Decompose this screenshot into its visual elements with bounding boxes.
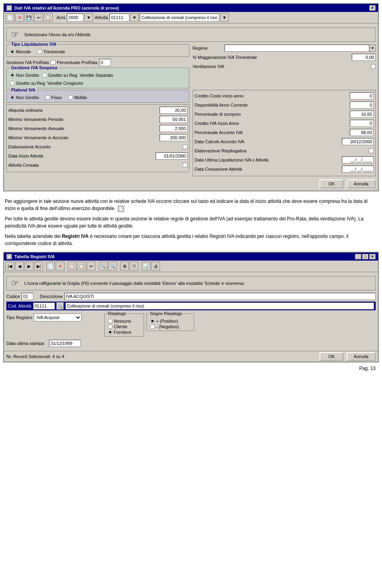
aliquota-row: Aliquota ordinaria (8, 106, 187, 114)
plafond-non-gestito-radio-btn[interactable] (10, 95, 15, 100)
positivo-radio-btn[interactable] (150, 319, 155, 323)
nessuno-radio[interactable]: Nessuno (108, 319, 140, 323)
first-btn[interactable]: |◀ (6, 262, 14, 271)
prev-btn[interactable]: ◀ (15, 262, 24, 271)
ventilazione-checkbox[interactable] (371, 64, 376, 69)
non-gestito-radio-btn[interactable] (10, 73, 15, 78)
perc-scorporo-input[interactable] (350, 111, 374, 118)
attivita-desc-input[interactable] (140, 14, 219, 21)
attivita-cessata-label: Attività Cessata (8, 163, 183, 167)
gestito-sep-radio-btn[interactable] (42, 73, 47, 78)
undo-btn2[interactable]: ↩ (87, 262, 96, 271)
fornitore-radio-btn[interactable] (108, 330, 113, 335)
trimestrale-radio[interactable]: Trimestrale (37, 49, 65, 54)
last-btn[interactable]: ▶| (34, 262, 43, 271)
fornitore-label: Fornitore (114, 330, 131, 335)
paste-btn[interactable]: 📋 (77, 262, 86, 271)
gestito-con-radio-btn[interactable] (10, 81, 15, 86)
credito-costo-input[interactable] (350, 92, 374, 99)
anni-input[interactable] (67, 14, 84, 21)
min-annuale-input[interactable] (160, 125, 187, 132)
min-acconto-input[interactable] (160, 134, 187, 141)
data-inizio-row: Data Inizio Attività (8, 152, 187, 160)
filter-btn[interactable]: ▽ (130, 262, 138, 271)
min-acconto-label: Minimo Versamento in Acconto (8, 135, 160, 140)
search-btn[interactable]: 🔍 (99, 262, 107, 271)
plafond-mobile-radio-btn[interactable] (68, 95, 73, 100)
cod-attivita-search-btn[interactable]: 🔍 (57, 302, 64, 310)
data-inizio-input[interactable] (156, 152, 187, 160)
regime-dropdown-btn[interactable]: ▼ (369, 45, 376, 52)
window2-min-btn[interactable]: _ (355, 254, 361, 259)
new-record-inline-icon: 📄 (118, 206, 124, 212)
fornitore-radio[interactable]: Fornitore (108, 330, 140, 335)
plafond-non-gestito-radio[interactable]: Non Gestito (10, 95, 39, 100)
undo-btn[interactable]: ↩ (34, 13, 43, 22)
gestione-prorata-checkbox[interactable] (51, 60, 55, 65)
attivita-cessata-checkbox[interactable] (183, 163, 187, 167)
new-btn[interactable]: 📄 (6, 13, 14, 22)
data-cessazione-input[interactable] (342, 165, 374, 173)
copy-btn[interactable]: 📋 (68, 262, 76, 271)
delete-btn[interactable]: ✕ (15, 13, 24, 22)
ok-button2[interactable]: OK (320, 352, 343, 361)
codice-input[interactable] (21, 293, 33, 300)
plafond-fisso-radio[interactable]: Fisso (45, 95, 62, 100)
new-record-btn[interactable]: 📋 (44, 13, 53, 22)
plafond-non-gestito-label: Non Gestito (16, 95, 39, 100)
descrizione-input[interactable] (64, 293, 376, 300)
elab-acconto-checkbox[interactable] (183, 144, 187, 149)
mensile-radio-btn[interactable] (10, 49, 15, 54)
print-btn[interactable]: 🖨 (151, 262, 160, 271)
gestito-con-radio[interactable]: Gestito su Reg. Vendite Congiunto (10, 81, 83, 86)
plafond-mobile-radio[interactable]: Mobile (68, 95, 87, 100)
window2-max-btn[interactable]: □ (362, 254, 368, 259)
negativo-radio-btn[interactable] (150, 324, 155, 329)
new-btn2[interactable]: 📄 (46, 262, 55, 271)
annulla-button2[interactable]: Annulla (347, 352, 376, 361)
grid-btn[interactable]: ⊞ (120, 262, 129, 271)
save-btn[interactable]: 💾 (25, 13, 33, 22)
regime-input[interactable] (224, 45, 369, 52)
mensile-radio[interactable]: Mensile (10, 49, 31, 54)
negativo-radio[interactable]: - (Negativo) (150, 324, 191, 329)
paragraph-area: Per aggiungere in tale sezione nuove att… (3, 198, 379, 247)
tipo-reg-select[interactable]: IVA Acquisti IVA Vendite IVA Corrispetti… (34, 313, 82, 321)
window1-close-btn[interactable]: ✕ (369, 5, 376, 11)
cliente-radio[interactable]: Cliente (108, 324, 140, 329)
del-btn2[interactable]: ✕ (56, 262, 64, 271)
riepilogo-group: Riepilogo Nessuno Cliente Fornitore (104, 313, 144, 337)
cod-attivita-input[interactable] (33, 302, 55, 310)
gestito-sep-radio[interactable]: Gestito su Reg. Vendite Separato (42, 73, 113, 78)
nessuno-radio-btn[interactable] (108, 319, 113, 323)
perc-acconto-input[interactable] (350, 129, 374, 136)
trimestrale-radio-btn[interactable] (37, 49, 42, 54)
data-ultima-liq-input[interactable] (342, 156, 374, 164)
cod-attivita-desc-input[interactable] (65, 302, 374, 310)
positivo-radio[interactable]: + (Positivo) (150, 319, 191, 323)
ok-button[interactable]: OK (320, 179, 343, 188)
search2-btn[interactable]: 🔍 (108, 262, 117, 271)
anni-dropdown-btn[interactable]: ▼ (84, 13, 93, 22)
window2-close-btn[interactable]: ✕ (369, 254, 376, 259)
maggiorazione-input[interactable] (352, 54, 376, 61)
elab-riepilogativa-checkbox[interactable] (369, 148, 374, 153)
annulla-button[interactable]: Annulla (347, 179, 376, 188)
data-calcolo-input[interactable] (342, 138, 374, 145)
non-gestito-radio[interactable]: Non Gestito (10, 73, 39, 78)
plafond-fisso-radio-btn[interactable] (45, 95, 50, 100)
attivita-input[interactable] (109, 14, 129, 21)
segno-group: Segno Riepilogo + (Positivo) - (Negativo… (146, 313, 194, 331)
info-hand-icon2: ☞ (9, 278, 21, 288)
data-ultima-stampa-input[interactable] (49, 340, 81, 347)
disponibilita-input[interactable] (350, 101, 374, 109)
credito-iva-input[interactable] (350, 120, 374, 127)
export-btn[interactable]: 📊 (142, 262, 150, 271)
aliquota-input[interactable] (160, 107, 187, 114)
cliente-radio-btn[interactable] (108, 324, 113, 329)
perc-prorata-input[interactable] (99, 59, 111, 66)
next-btn[interactable]: ▶ (25, 262, 33, 271)
min-periodo-input[interactable] (160, 116, 187, 123)
attivita-desc-dropdown-btn[interactable]: ▼ (220, 13, 229, 22)
attivita-dropdown-btn[interactable]: ▼ (130, 13, 139, 22)
